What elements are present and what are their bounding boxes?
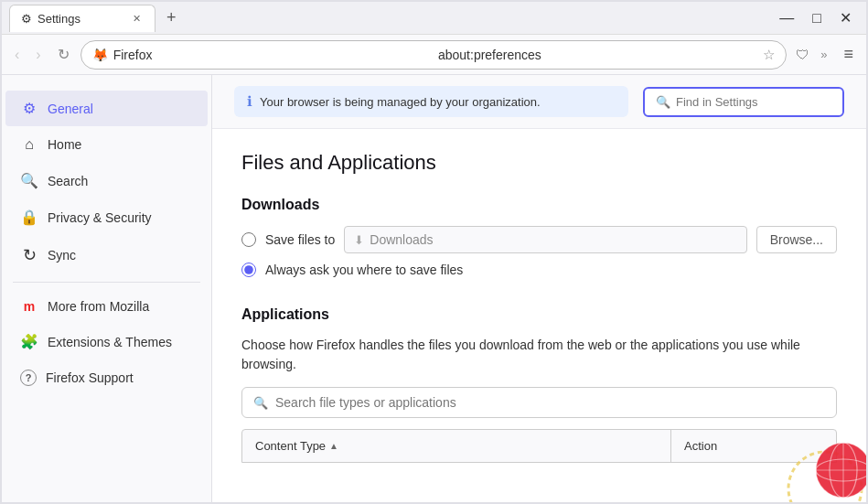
settings-tab[interactable]: ⚙ Settings ✕ <box>9 5 155 32</box>
sidebar: ⚙ General ⌂ Home 🔍 Search 🔒 Privacy & Se… <box>2 75 212 502</box>
save-path-text: Downloads <box>370 232 433 247</box>
extensions-icon: 🧩 <box>20 333 38 350</box>
new-tab-button[interactable]: + <box>159 8 184 27</box>
search-apps-wrap[interactable]: 🔍 <box>241 387 837 418</box>
nav-bar: ‹ › ↻ 🦊 Firefox about:preferences ☆ 🛡 » … <box>2 35 866 75</box>
sidebar-item-home[interactable]: ⌂ Home <box>5 127 208 162</box>
page-title: Files and Applications <box>241 151 837 175</box>
download-folder-icon: ⬇ <box>354 233 364 247</box>
sync-icon: ↻ <box>20 245 38 265</box>
sidebar-item-extensions[interactable]: 🧩 Extensions & Themes <box>5 324 208 359</box>
action-label: Action <box>684 439 717 453</box>
address-bar[interactable]: 🦊 Firefox about:preferences ☆ <box>80 40 788 70</box>
tab-close-button[interactable]: ✕ <box>129 11 144 26</box>
expand-button[interactable]: » <box>815 44 832 65</box>
firefox-logo-icon: 🦊 <box>92 48 108 62</box>
close-button[interactable]: ✕ <box>832 7 859 28</box>
managed-text: Your browser is being managed by your or… <box>260 95 541 109</box>
browse-button[interactable]: Browse... <box>756 226 837 253</box>
sidebar-item-label-extensions: Extensions & Themes <box>48 335 172 349</box>
settings-body: Files and Applications Downloads Save fi… <box>212 129 866 485</box>
forward-button[interactable]: › <box>30 43 46 67</box>
find-settings-wrap[interactable]: 🔍 <box>643 87 844 117</box>
save-files-row: Save files to ⬇ Downloads Browse... <box>241 226 837 253</box>
address-url: about:preferences <box>438 48 757 62</box>
sidebar-item-support[interactable]: ? Firefox Support <box>5 360 208 395</box>
menu-button[interactable]: ≡ <box>838 41 859 68</box>
browser-frame: ⚙ Settings ✕ + — □ ✕ ‹ › ↻ 🦊 Firefox abo… <box>0 0 868 504</box>
applications-title: Applications <box>241 306 837 323</box>
sidebar-item-general[interactable]: ⚙ General <box>5 91 208 126</box>
shield-button[interactable]: 🛡 <box>796 47 809 62</box>
content-area: ⚙ General ⌂ Home 🔍 Search 🔒 Privacy & Se… <box>2 75 866 502</box>
save-files-radio-row: Save files to <box>241 232 335 247</box>
always-ask-label: Always ask you where to save files <box>265 263 463 277</box>
mozilla-icon: m <box>20 299 38 314</box>
sidebar-item-privacy[interactable]: 🔒 Privacy & Security <box>5 199 208 235</box>
settings-tab-icon: ⚙ <box>21 12 32 26</box>
settings-tab-title: Settings <box>38 12 80 26</box>
privacy-icon: 🔒 <box>20 209 38 226</box>
sidebar-item-label-general: General <box>48 102 93 116</box>
search-apps-icon: 🔍 <box>253 396 268 410</box>
always-ask-row: Always ask you where to save files <box>241 263 837 277</box>
content-type-label: Content Type <box>255 439 326 453</box>
general-icon: ⚙ <box>20 100 38 117</box>
site-name: Firefox <box>113 48 433 62</box>
sidebar-item-label-privacy: Privacy & Security <box>48 210 152 225</box>
downloads-title: Downloads <box>241 197 837 213</box>
reload-button[interactable]: ↻ <box>52 42 75 67</box>
content-wrapper: ℹ Your browser is being managed by your … <box>212 75 866 502</box>
applications-description: Choose how Firefox handles the files you… <box>241 336 837 374</box>
window-controls: — □ ✕ <box>772 7 859 28</box>
minimize-button[interactable]: — <box>772 7 801 28</box>
sidebar-item-mozilla[interactable]: m More from Mozilla <box>5 290 208 323</box>
save-files-radio[interactable] <box>241 232 256 247</box>
sidebar-item-label-mozilla: More from Mozilla <box>48 299 149 314</box>
sidebar-item-label-support: Firefox Support <box>46 370 134 385</box>
always-ask-radio[interactable] <box>241 263 256 277</box>
action-header[interactable]: Action <box>671 430 836 462</box>
managed-banner: ℹ Your browser is being managed by your … <box>234 86 628 117</box>
table-header: Content Type ▲ Action <box>241 429 837 463</box>
sidebar-item-search[interactable]: 🔍 Search <box>5 163 208 198</box>
save-path-input[interactable]: ⬇ Downloads <box>344 226 746 253</box>
main-content: ℹ Your browser is being managed by your … <box>212 75 866 502</box>
sidebar-item-label-sync: Sync <box>48 248 76 263</box>
sidebar-item-label-search: Search <box>48 174 88 188</box>
content-type-header[interactable]: Content Type ▲ <box>242 430 671 462</box>
find-settings-input[interactable] <box>676 95 831 109</box>
title-bar: ⚙ Settings ✕ + — □ ✕ <box>2 2 866 35</box>
sidebar-divider <box>13 282 200 283</box>
search-icon: 🔍 <box>20 172 38 189</box>
applications-section: Applications Choose how Firefox handles … <box>241 306 837 463</box>
sort-icon: ▲ <box>329 441 338 451</box>
support-icon: ? <box>20 370 37 386</box>
banner-row: ℹ Your browser is being managed by your … <box>212 75 866 129</box>
find-search-icon: 🔍 <box>656 95 670 109</box>
downloads-section: Downloads Save files to ⬇ Downloads <box>241 197 837 277</box>
search-apps-input[interactable] <box>275 395 825 410</box>
sidebar-item-label-home: Home <box>48 137 81 152</box>
maximize-button[interactable]: □ <box>805 7 829 28</box>
back-button[interactable]: ‹ <box>9 43 25 67</box>
bookmark-star-button[interactable]: ☆ <box>763 47 775 63</box>
save-files-label: Save files to <box>265 232 335 247</box>
home-icon: ⌂ <box>20 136 38 153</box>
info-icon: ℹ <box>247 93 252 110</box>
sidebar-item-sync[interactable]: ↻ Sync <box>5 236 208 274</box>
